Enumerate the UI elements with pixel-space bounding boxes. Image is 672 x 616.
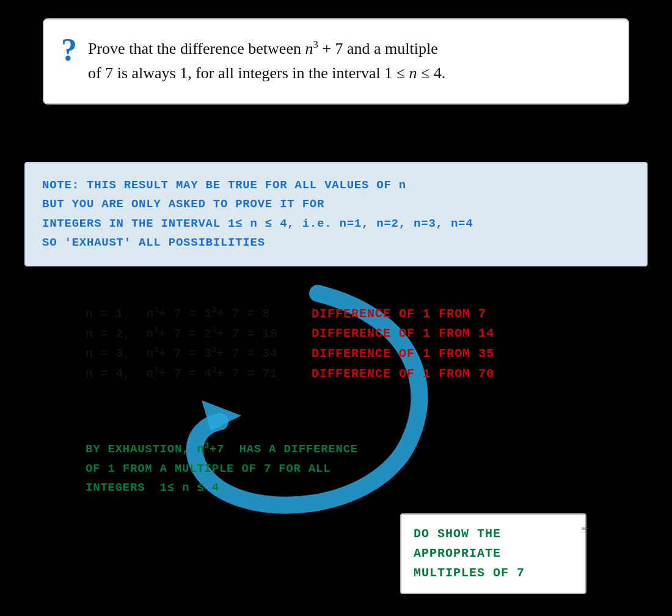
question-text: Prove that the difference between n3 + 7… [88, 37, 445, 86]
callout-line1: DO SHOW THE [414, 527, 501, 541]
calc-left-4: n = 4, n3+ 7 = 43+ 7 = 71 [86, 365, 312, 381]
calc-right-3: DIFFERENCE OF 1 FROM 35 [312, 346, 494, 361]
calc-left-3: n = 3, n3+ 7 = 33+ 7 = 34 [86, 345, 312, 361]
calc-right-2: DIFFERENCE OF 1 FROM 14 [312, 326, 494, 340]
calc-left-2: n = 2, n3+ 7 = 23+ 7 = 15 [86, 326, 312, 341]
conclusion-line1: BY EXHAUSTION, n3+7 HAS A DIFFERENCE [86, 442, 358, 456]
note-line4: SO 'EXHAUST' ALL POSSIBILITIES [42, 236, 265, 249]
question-mark-icon: ? [61, 34, 77, 66]
calc-right-4: DIFFERENCE OF 1 FROM 70 [312, 367, 494, 381]
note-line1: NOTE: THIS RESULT MAY BE TRUE FOR ALL VA… [42, 178, 406, 192]
note-text: NOTE: THIS RESULT MAY BE TRUE FOR ALL VA… [42, 176, 630, 252]
conclusion-line3: INTEGERS 1≤ n ≤ 4 [86, 481, 219, 494]
calc-row-3: n = 3, n3+ 7 = 33+ 7 = 34 DIFFERENCE OF … [86, 345, 494, 361]
calc-row-4: n = 4, n3+ 7 = 43+ 7 = 71 DIFFERENCE OF … [86, 365, 494, 381]
note-line2: BUT YOU ARE ONLY ASKED TO PROVE IT FOR [42, 197, 324, 211]
conclusion-line2: OF 1 FROM A MULTIPLE OF 7 FOR ALL [86, 462, 331, 475]
callout-line2: APPROPRIATE [414, 546, 501, 560]
calc-left-1: n = 1, n3+ 7 = 13+ 7 = 8 [86, 306, 312, 321]
note-box: NOTE: THIS RESULT MAY BE TRUE FOR ALL VA… [24, 162, 648, 266]
note-line3: INTEGERS IN THE INTERVAL 1≤ n ≤ 4, i.e. … [42, 217, 473, 230]
calc-row-1: n = 1, n3+ 7 = 13+ 7 = 8 DIFFERENCE OF 1… [86, 306, 494, 321]
pencil-icon: ✏ [582, 521, 588, 534]
calculations-section: n = 1, n3+ 7 = 13+ 7 = 8 DIFFERENCE OF 1… [86, 306, 494, 386]
svg-marker-0 [202, 400, 241, 431]
question-box: ? Prove that the difference between n3 +… [43, 18, 629, 105]
callout-box: DO SHOW THE APPROPRIATE MULTIPLES OF 7 [400, 513, 586, 594]
callout-text: DO SHOW THE APPROPRIATE MULTIPLES OF 7 [414, 524, 573, 583]
callout-line3: MULTIPLES OF 7 [414, 566, 525, 580]
calc-right-1: DIFFERENCE OF 1 FROM 7 [312, 307, 486, 321]
conclusion-section: BY EXHAUSTION, n3+7 HAS A DIFFERENCE OF … [86, 440, 358, 497]
calc-row-2: n = 2, n3+ 7 = 23+ 7 = 15 DIFFERENCE OF … [86, 326, 494, 341]
